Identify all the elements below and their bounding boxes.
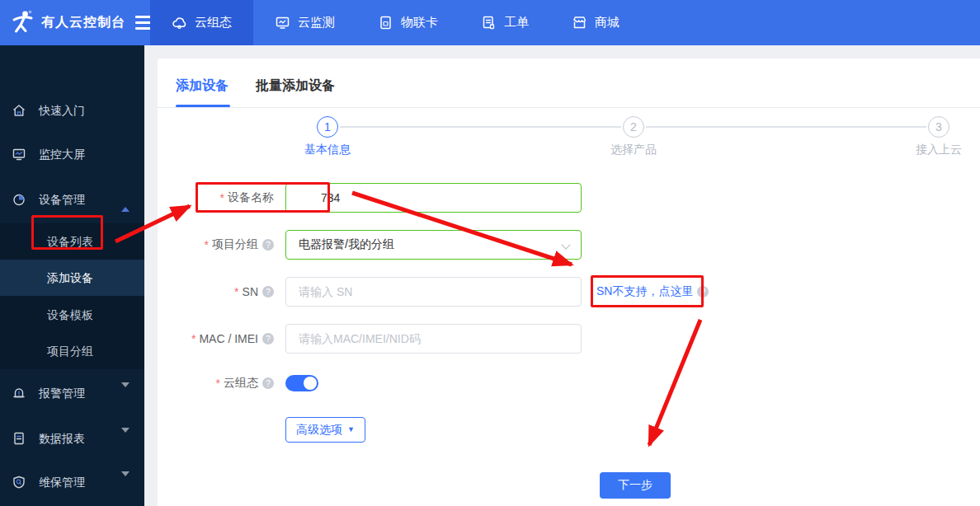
home-icon	[12, 103, 26, 120]
tab-add-device[interactable]: 添加设备	[176, 77, 229, 95]
step-number: 2	[630, 120, 637, 134]
step-1-circle: 1	[317, 116, 338, 138]
sidebar-item-alarm-management[interactable]: 报警管理	[0, 373, 144, 415]
form-row-device-name: * 设备名称	[158, 183, 980, 213]
sidebar-item-label: 设备管理	[39, 193, 85, 208]
chevron-up-icon	[121, 194, 130, 207]
step-2-label: 选择产品	[610, 143, 657, 157]
sidebar-item-label: 项目分组	[47, 344, 93, 358]
nav-item-cloud-monitoring[interactable]: 云监测	[253, 0, 356, 45]
mac-imei-label: * MAC / IMEI ?	[158, 324, 274, 354]
store-icon	[572, 15, 587, 30]
mac-imei-input[interactable]	[285, 324, 582, 354]
sidebar: 快速入门 监控大屏 设备管理 设备列表 添加设备 设备模板 项目分组	[0, 45, 144, 506]
help-icon[interactable]: ?	[262, 286, 274, 298]
required-asterisk: *	[191, 332, 196, 345]
sidebar-item-device-template[interactable]: 设备模板	[0, 297, 144, 333]
project-group-label: * 项目分组 ?	[158, 230, 274, 260]
required-asterisk: *	[220, 191, 224, 204]
nav-item-cloud-scada[interactable]: 云组态	[150, 0, 253, 45]
caret-down-icon: ▼	[347, 426, 355, 433]
field-label-text: 设备名称	[228, 190, 274, 205]
next-step-button[interactable]: 下一步	[600, 472, 671, 499]
form-row-project-group: * 项目分组 ? 电器报警/我的分组	[158, 230, 980, 260]
device-name-label: * 设备名称	[158, 183, 274, 213]
pie-chart-icon	[12, 192, 26, 209]
nav-item-mall[interactable]: 商城	[550, 0, 641, 45]
selected-value: 电器报警/我的分组	[299, 237, 394, 252]
form-row-cloud-scada: * 云组态 ?	[158, 375, 980, 391]
step-connector	[646, 126, 926, 128]
nav-item-label: 商城	[595, 15, 620, 30]
nav-item-iot-card[interactable]: 物联卡	[356, 0, 459, 45]
monitor-chart-icon	[275, 15, 290, 30]
project-group-select[interactable]: 电器报警/我的分组	[285, 230, 582, 260]
sidebar-item-add-device[interactable]: 添加设备	[0, 260, 144, 296]
sn-label: * SN ?	[158, 277, 274, 307]
brand: 有人云控制台	[0, 0, 150, 45]
step-3-label: 接入上云	[916, 143, 962, 157]
nav-item-label: 云监测	[298, 15, 335, 30]
chevron-down-icon	[121, 387, 130, 401]
sidebar-item-label: 设备列表	[47, 235, 93, 248]
help-icon[interactable]: ?	[262, 377, 274, 389]
sn-not-supported-link[interactable]: SN不支持，点这里	[596, 284, 693, 299]
nav-items: 云组态 云监测 物联卡 工单	[150, 0, 641, 45]
menu-collapse-icon[interactable]	[135, 16, 152, 30]
sidebar-item-label: 快速入门	[39, 104, 85, 119]
top-navbar: 有人云控制台 云组态 云监测 物联卡	[0, 0, 980, 45]
step-2-circle: 2	[623, 116, 644, 138]
sidebar-item-label: 报警管理	[39, 387, 85, 401]
help-icon[interactable]: ?	[262, 333, 274, 344]
cloud-scada-label: * 云组态 ?	[158, 375, 274, 391]
cloud-scada-toggle[interactable]	[285, 375, 318, 391]
chevron-down-icon	[121, 476, 130, 490]
chevron-down-icon	[121, 433, 130, 446]
required-asterisk: *	[205, 238, 209, 251]
device-management-submenu: 设备列表 添加设备 设备模板 项目分组	[0, 223, 144, 369]
sidebar-item-project-group[interactable]: 项目分组	[0, 333, 144, 369]
field-label-text: MAC / IMEI	[199, 332, 258, 345]
page: 有人云控制台 云组态 云监测 物联卡	[0, 0, 980, 506]
nav-item-work-order[interactable]: 工单	[459, 0, 550, 45]
help-icon[interactable]: ?	[262, 239, 274, 251]
help-icon[interactable]: ?	[697, 286, 709, 298]
sidebar-item-label: 设备模板	[47, 308, 93, 321]
sidebar-item-label: 监控大屏	[39, 148, 85, 162]
sidebar-item-monitor-screen[interactable]: 监控大屏	[0, 134, 144, 176]
sidebar-item-device-management[interactable]: 设备管理	[0, 180, 144, 221]
device-name-input[interactable]	[285, 183, 582, 213]
sn-side-area: SN不支持，点这里 ?	[596, 277, 709, 307]
advanced-options-label: 高级选项	[296, 423, 342, 438]
advanced-options-button[interactable]: 高级选项 ▼	[285, 417, 365, 443]
required-asterisk: *	[216, 377, 220, 390]
sidebar-item-data-report[interactable]: 数据报表	[0, 419, 144, 460]
tabs-divider	[158, 107, 980, 108]
cloud-icon	[172, 15, 187, 30]
sidebar-item-device-list[interactable]: 设备列表	[0, 223, 144, 260]
step-connector	[340, 126, 621, 128]
app-title: 有人云控制台	[41, 14, 125, 31]
big-screen-icon	[12, 147, 26, 164]
chevron-down-icon	[561, 240, 570, 249]
tab-batch-add-device[interactable]: 批量添加设备	[256, 77, 335, 95]
field-label-text: 云组态	[224, 376, 258, 391]
sidebar-item-label: 添加设备	[47, 271, 93, 284]
alarm-bell-icon	[12, 386, 26, 403]
field-label-text: 项目分组	[212, 237, 258, 252]
field-label-text: SN	[243, 285, 258, 298]
shield-icon	[12, 475, 26, 492]
required-asterisk: *	[234, 285, 238, 298]
sn-input[interactable]	[285, 277, 582, 307]
sidebar-item-label: 数据报表	[39, 432, 85, 447]
form-row-sn: * SN ? SN不支持，点这里 ?	[158, 277, 980, 307]
step-1-label: 基本信息	[304, 143, 351, 157]
sidebar-item-quick-start[interactable]: 快速入门	[0, 91, 144, 132]
sidebar-item-maintenance-management[interactable]: 维保管理	[0, 462, 144, 504]
toggle-knob	[304, 377, 317, 390]
work-order-icon	[481, 15, 497, 30]
step-number: 3	[935, 120, 942, 134]
nav-item-label: 云组态	[195, 15, 232, 30]
step-number: 1	[324, 120, 331, 134]
sidebar-item-label: 维保管理	[39, 476, 85, 490]
